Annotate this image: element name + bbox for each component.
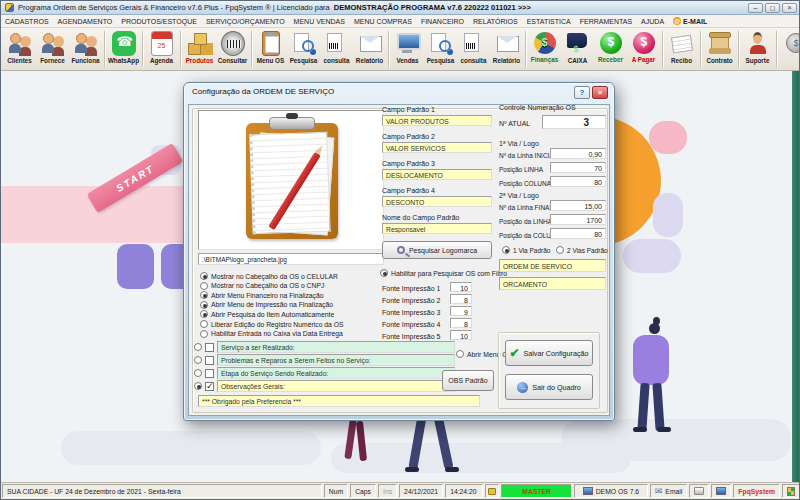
via2-padrao-radio[interactable]: 2 Vias Padrão — [556, 246, 608, 254]
toolbar-caixa[interactable]: CAIXA — [561, 29, 594, 69]
toolbar-pesquisa-venda[interactable]: Pesquisa — [424, 29, 457, 69]
menu-relatorios[interactable]: RELATÓRIOS — [473, 18, 518, 25]
option-menu-financeiro[interactable]: Abrir Menu Financeiro na Finalização — [200, 291, 324, 299]
menu-compras[interactable]: MENU COMPRAS — [354, 18, 412, 25]
menu-servico-orcamento[interactable]: SERVIÇO/ORÇAMENTO — [206, 18, 285, 25]
service-field[interactable]: Serviço a ser Realizado: — [217, 341, 455, 353]
via2-row3-field[interactable]: 80 — [550, 228, 606, 239]
radio-icon[interactable] — [200, 330, 208, 338]
radio-icon[interactable] — [200, 310, 208, 318]
fonte4-field[interactable]: 8 — [450, 318, 472, 328]
nome-campo-field[interactable]: Responsavel — [382, 223, 492, 234]
obs-padrao-button[interactable]: OBS Padrão — [442, 370, 494, 391]
option-liberar-edicao[interactable]: Liberar Edição do Registro Numérico da O… — [200, 320, 344, 328]
fonte5-field[interactable]: 10 — [450, 330, 472, 340]
checkbox-icon[interactable] — [205, 343, 214, 352]
radio-icon[interactable] — [194, 343, 202, 351]
toolbar-financas[interactable]: Finanças — [528, 29, 561, 69]
option-menu-impressao[interactable]: Abrir Menu de Impressão na Finalização — [200, 301, 333, 309]
service-row-etapa[interactable]: Etapa do Serviço Sendo Realizado: — [194, 367, 455, 379]
option-celular[interactable]: Mostrar no Cabeçalho da OS o CELULAR — [200, 272, 338, 280]
menu-produtos-estoque[interactable]: PRODUTOS/ESTOQUE — [121, 18, 197, 25]
campo1-field[interactable]: VALOR PRODUTOS — [382, 115, 492, 126]
service-field[interactable]: Observações Gerais: — [217, 380, 455, 392]
toolbar-fornecedores[interactable]: Fornece — [36, 29, 69, 69]
toolbar-consulta-os[interactable]: consulta — [320, 29, 353, 69]
toolbar-clientes[interactable]: Clientes — [3, 29, 36, 69]
radio-icon[interactable] — [200, 320, 208, 328]
exit-dialog-button[interactable]: Sair do Quadro — [505, 374, 593, 400]
fonte1-field[interactable]: 10 — [450, 282, 472, 292]
radio-icon[interactable] — [456, 350, 464, 358]
toolbar-relatorio-venda[interactable]: Relatório — [490, 29, 523, 69]
menu-estatistica[interactable]: ESTATISTICA — [527, 18, 571, 25]
doc-name-field-2[interactable]: ORCAMENTO — [499, 277, 606, 290]
radio-icon[interactable] — [502, 246, 510, 254]
via1-row2-field[interactable]: 70 — [550, 162, 606, 173]
menu-cadastros[interactable]: CADASTROS — [5, 18, 49, 25]
radio-icon[interactable] — [194, 382, 202, 390]
via1-row1-field[interactable]: 0,90 — [550, 148, 606, 159]
option-entrada-caixa[interactable]: Habilitar Entrada no Caixa via Data Entr… — [200, 330, 343, 338]
logo-path-field[interactable]: .\BITMAP\logo_prancheta.jpg — [198, 253, 384, 265]
radio-icon[interactable] — [200, 272, 208, 280]
menu-ferramentas[interactable]: FERRAMENTAS — [580, 18, 632, 25]
dialog-help-button[interactable] — [574, 86, 590, 99]
campo2-field[interactable]: VALOR SERVICOS — [382, 142, 492, 153]
toolbar-receber[interactable]: Receber — [594, 29, 627, 69]
service-field[interactable]: Problemas e Reparos a Serem Feitos no Se… — [217, 354, 455, 366]
radio-icon[interactable] — [200, 282, 208, 290]
radio-icon[interactable] — [194, 356, 202, 364]
menu-ajuda[interactable]: AJUDA — [641, 18, 664, 25]
dialog-close-button[interactable] — [592, 86, 608, 99]
menu-email[interactable]: E-MAIL — [673, 17, 707, 25]
toolbar-a-pagar[interactable]: A Pagar — [627, 29, 660, 69]
toolbar-pesquisa-os[interactable]: Pesquisa — [287, 29, 320, 69]
toolbar-menu-os[interactable]: Menu OS — [254, 29, 287, 69]
radio-icon[interactable] — [200, 291, 208, 299]
toolbar-agenda[interactable]: Agenda — [145, 29, 178, 69]
menu-vendas[interactable]: MENU VENDAS — [294, 18, 345, 25]
toolbar-moeda[interactable] — [779, 29, 800, 69]
via2-row2-field[interactable]: 1700 — [550, 214, 606, 225]
fonte3-field[interactable]: 9 — [450, 306, 472, 316]
search-logo-button[interactable]: Pesquisar Logomarca — [382, 241, 492, 259]
radio-icon[interactable] — [380, 269, 388, 277]
toolbar-vendas[interactable]: Vendas — [391, 29, 424, 69]
option-cnpj[interactable]: Mostrar no Cabeçalho da OS o CNPJ — [200, 282, 324, 290]
toolbar-contrato[interactable]: Contrato — [703, 29, 736, 69]
toolbar-consulta-venda[interactable]: consulta — [457, 29, 490, 69]
status-remote[interactable] — [711, 484, 731, 498]
campo3-field[interactable]: DESLOCAMENTO — [382, 169, 492, 180]
doc-name-field-1[interactable]: ORDEM DE SERVICO — [499, 259, 606, 272]
service-row-realizado[interactable]: Serviço a ser Realizado: — [194, 341, 455, 353]
via1-padrao-radio[interactable]: 1 Via Padrão — [502, 246, 550, 254]
toolbar-consultar[interactable]: Consultar — [216, 29, 249, 69]
maximize-button[interactable] — [765, 3, 780, 13]
toolbar-relatorio-os[interactable]: Relatório — [353, 29, 386, 69]
campo4-field[interactable]: DESCONTO — [382, 196, 492, 207]
toolbar-funcionarios[interactable]: Funciona — [69, 29, 102, 69]
toolbar-produtos[interactable]: Produtos — [183, 29, 216, 69]
checkbox-icon[interactable] — [205, 356, 214, 365]
radio-icon[interactable] — [194, 369, 202, 377]
close-button[interactable] — [782, 3, 797, 13]
fonte2-field[interactable]: 8 — [450, 294, 472, 304]
save-config-button[interactable]: Salvar Configuração — [505, 340, 593, 366]
toolbar-suporte[interactable]: Suporte — [741, 29, 774, 69]
minimize-button[interactable] — [748, 3, 763, 13]
status-email[interactable]: Email — [650, 484, 688, 498]
menu-financeiro[interactable]: FINANCEIRO — [421, 18, 464, 25]
checkbox-icon[interactable] — [205, 382, 214, 391]
filtro-radio[interactable]: Habilitar para Pesquisar OS com Filtro — [380, 269, 507, 277]
service-row-problemas[interactable]: Problemas e Reparos a Serem Feitos no Se… — [194, 354, 455, 366]
radio-icon[interactable] — [200, 301, 208, 309]
footer-note-field[interactable]: *** Obrigado pela Preferencia *** — [198, 395, 480, 407]
num-atual-field[interactable]: 3 — [542, 115, 606, 129]
radio-icon[interactable] — [556, 246, 564, 254]
option-pesquisa-item[interactable]: Abrir Pesquisa do Item Automaticamente — [200, 310, 334, 318]
service-row-observacoes[interactable]: Observações Gerais: — [194, 380, 455, 392]
toolbar-recibo[interactable]: Recibo — [665, 29, 698, 69]
status-printer[interactable] — [689, 484, 709, 498]
toolbar-whatsapp[interactable]: WhatsApp — [107, 29, 140, 69]
